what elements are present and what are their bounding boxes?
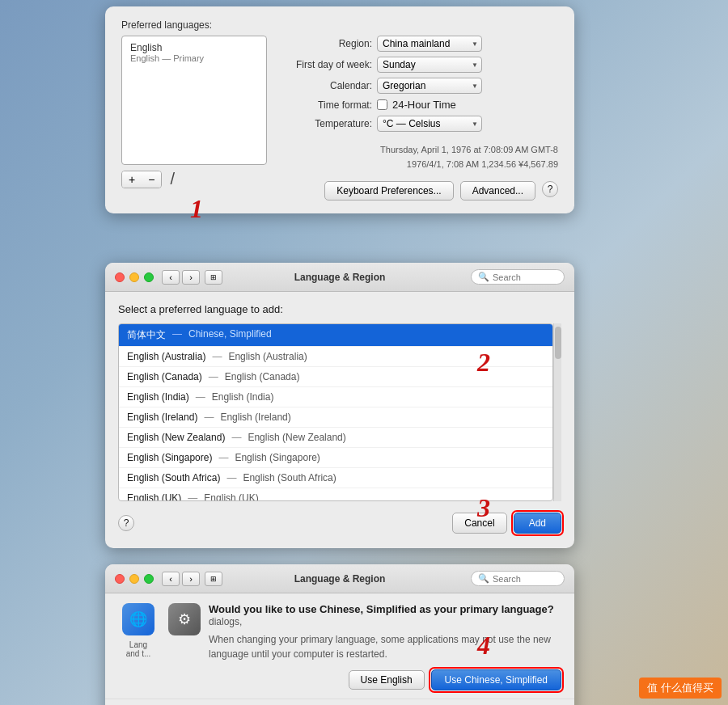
- panel2-footer: ? Cancel Add: [118, 513, 561, 537]
- lang-english: English (UK): [204, 492, 258, 501]
- region-select-wrapper[interactable]: China mainland: [377, 36, 482, 52]
- search-icon: 🔍: [478, 272, 489, 282]
- lang-dash: —: [209, 371, 218, 382]
- calendar-select[interactable]: Gregorian: [377, 78, 482, 94]
- panel2-search-box[interactable]: 🔍: [471, 269, 565, 285]
- calendar-row: Calendar: Gregorian: [283, 78, 558, 94]
- add-language-button[interactable]: +: [122, 171, 142, 188]
- panel3-search-input[interactable]: [493, 574, 557, 584]
- panel1-language-region: Preferred languages: English English — P…: [105, 6, 574, 213]
- lang-item-english-ie[interactable]: English (Ireland) — English (Ireland): [119, 407, 552, 428]
- panel2-body: Select a preferred language to add: 简体中文…: [105, 292, 574, 548]
- lang-native: English (UK): [127, 492, 181, 501]
- lang-native: English (Ireland): [127, 412, 197, 423]
- panel3-titlebar: ‹ › ⊞ Language & Region 🔍: [105, 564, 574, 593]
- panel3-search-box[interactable]: 🔍: [471, 571, 565, 586]
- help-button[interactable]: ?: [542, 181, 558, 197]
- forward-button[interactable]: ›: [182, 270, 200, 285]
- use-chinese-button[interactable]: Use Chinese, Simplified: [431, 669, 561, 690]
- scrollbar[interactable]: [553, 323, 561, 501]
- dialogs-text: dialogs,: [209, 616, 242, 627]
- panel3-minimize-button[interactable]: [129, 574, 139, 584]
- lang-english: English (South Africa): [243, 472, 336, 483]
- cancel-button[interactable]: Cancel: [452, 513, 506, 534]
- lang-native: 简体中文: [127, 328, 166, 342]
- keyboard-preferences-button[interactable]: Keyboard Preferences...: [324, 181, 453, 201]
- panel2-help-button[interactable]: ?: [118, 515, 134, 531]
- lang-item-english-nz[interactable]: English (New Zealand) — English (New Zea…: [119, 428, 552, 448]
- lang-english: English (India): [212, 391, 274, 403]
- grid-button[interactable]: ⊞: [205, 270, 222, 285]
- lang-item-english-za[interactable]: English (South Africa) — English (South …: [119, 468, 552, 488]
- language-description: English — Primary: [130, 53, 258, 63]
- close-button[interactable]: [115, 272, 125, 282]
- lang-english: English (Singapore): [235, 452, 320, 463]
- temperature-select[interactable]: °C — Celsius: [377, 116, 482, 132]
- watermark: 值 什么值得买: [639, 678, 722, 699]
- lang-item-english-in[interactable]: English (India) — English (India): [119, 387, 552, 407]
- use-english-button[interactable]: Use English: [349, 670, 425, 690]
- lang-english: English (Ireland): [220, 412, 290, 423]
- nav-buttons: ‹ ›: [162, 270, 200, 285]
- lang-item-english-au[interactable]: English (Australia) — English (Australia…: [119, 347, 552, 367]
- panel3-back-button[interactable]: ‹: [162, 572, 180, 586]
- scroll-thumb[interactable]: [555, 327, 561, 359]
- preview-date: Thursday, April 1, 1976 at 7:08:09 AM GM…: [283, 143, 558, 158]
- panel3-body: 🌐 Langand t... ⚙ Would you like to use C…: [105, 593, 574, 699]
- lang-english: English (New Zealand): [248, 432, 345, 443]
- dialog-content: Would you like to use Chinese, Simplifie…: [209, 603, 561, 661]
- calendar-select-wrapper[interactable]: Gregorian: [377, 78, 482, 94]
- time-format-row: Time format: 24-Hour Time: [283, 99, 558, 111]
- lang-native: English (Australia): [127, 351, 205, 362]
- language-list-item-english[interactable]: English English — Primary: [125, 40, 263, 65]
- time-format-text: 24-Hour Time: [392, 99, 456, 111]
- preview-text: Thursday, April 1, 1976 at 7:08:09 AM GM…: [283, 143, 558, 171]
- panel3-traffic-lights: [115, 574, 154, 584]
- time-format-label: Time format:: [283, 99, 372, 111]
- panel3-close-button[interactable]: [115, 574, 125, 584]
- maximize-button[interactable]: [144, 272, 154, 282]
- first-day-select-wrapper[interactable]: Sunday: [377, 57, 482, 73]
- first-day-select[interactable]: Sunday: [377, 57, 482, 73]
- lang-picker-list: 简体中文 — Chinese, Simplified English (Aust…: [118, 323, 553, 501]
- panel2-titlebar-title: Language & Region: [294, 272, 386, 283]
- panel3-confirmation: ‹ › ⊞ Language & Region 🔍 🌐 Langand t...…: [105, 564, 574, 705]
- dialog-title: Would you like to use Chinese, Simplifie…: [209, 603, 561, 627]
- temperature-row: Temperature: °C — Celsius: [283, 116, 558, 132]
- panel2-search-input[interactable]: [493, 272, 557, 282]
- gear-icon: ⚙: [168, 603, 201, 635]
- lang-english: Chinese, Simplified: [188, 328, 272, 342]
- language-list-box[interactable]: English English — Primary: [121, 36, 267, 165]
- back-button[interactable]: ‹: [162, 270, 180, 285]
- panel3-nav-buttons: ‹ ›: [162, 572, 200, 586]
- lang-dash: —: [188, 492, 197, 501]
- remove-language-button[interactable]: −: [142, 171, 161, 188]
- lang-native: English (New Zealand): [127, 432, 225, 443]
- calendar-label: Calendar:: [283, 80, 372, 91]
- lang-item-english-sg[interactable]: English (Singapore) — English (Singapore…: [119, 448, 552, 468]
- temperature-select-wrapper[interactable]: °C — Celsius: [377, 116, 482, 132]
- panel3-forward-button[interactable]: ›: [182, 572, 200, 586]
- lang-item-english-uk[interactable]: English (UK) — English (UK): [119, 488, 552, 501]
- lang-dash: —: [218, 452, 228, 463]
- annotation-slash: /: [170, 170, 175, 188]
- lang-item-english-ca[interactable]: English (Canada) — English (Canada): [119, 367, 552, 387]
- lang-dash: —: [212, 351, 222, 362]
- panel2-list-wrap: 简体中文 — Chinese, Simplified English (Aust…: [118, 323, 561, 501]
- lang-item-simplified-chinese[interactable]: 简体中文 — Chinese, Simplified: [119, 324, 552, 347]
- lang-dash: —: [226, 472, 236, 483]
- add-button[interactable]: Add: [514, 513, 561, 534]
- panel3-search-icon: 🔍: [478, 573, 489, 584]
- advanced-button[interactable]: Advanced...: [460, 181, 535, 201]
- lang-region-icon: 🌐: [122, 603, 154, 635]
- panel3-grid-button[interactable]: ⊞: [205, 572, 222, 586]
- minimize-button[interactable]: [129, 272, 139, 282]
- panel3-maximize-button[interactable]: [144, 574, 154, 584]
- first-day-label: First day of week:: [283, 59, 372, 70]
- lang-english: English (Australia): [228, 351, 307, 362]
- panel2-titlebar: ‹ › ⊞ Language & Region 🔍: [105, 263, 574, 292]
- time-format-checkbox[interactable]: [377, 99, 387, 110]
- lang-native: English (Singapore): [127, 452, 212, 463]
- region-select[interactable]: China mainland: [377, 36, 482, 52]
- panel3-preferred-section: Preferred la... English English — Pri...…: [105, 699, 574, 705]
